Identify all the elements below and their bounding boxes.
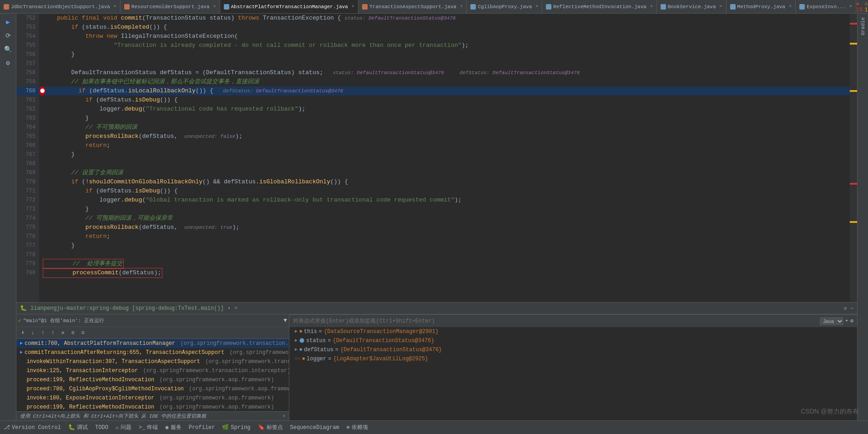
stack-frame-5[interactable]: proceed:780, CglibAopProxy$CglibMethodIn… — [16, 384, 289, 394]
code-line-759: // 如果在事务链中已经被标记回滚，那么不会尝试提交事务，直接回滚 — [39, 77, 850, 86]
bookmark-item[interactable]: 🔖 标签点 — [258, 424, 283, 431]
settings-btn2[interactable]: ⚙ — [850, 318, 853, 324]
java-icon — [362, 4, 368, 10]
thread-filter-icon[interactable]: ▼ — [283, 317, 287, 324]
expand-arrow[interactable]: ○○ — [295, 354, 300, 363]
debug-toolbar: ✓ "main"@1 在组'main': 正在运行 ▼ — [16, 314, 289, 327]
close-icon[interactable]: × — [650, 4, 653, 9]
close-icon[interactable]: × — [535, 4, 538, 9]
frame-pkg: (org.springframework.aop.framework) — [186, 384, 289, 394]
evaluate-btn[interactable]: ✕ — [58, 328, 67, 338]
todo-item[interactable]: TODO — [95, 424, 108, 431]
expr-input[interactable] — [293, 318, 820, 324]
profiler-label: Profiler — [189, 424, 215, 431]
gutter-warning3 — [850, 221, 857, 223]
step-out-btn[interactable]: ↑ — [38, 328, 47, 338]
code-line-780: processCommit(defStatus); — [39, 268, 850, 278]
left-sidebar: ▶ ⟳ 🔍 ⚙ — [0, 14, 16, 420]
code-line-777: } — [39, 241, 850, 250]
close-icon[interactable]: × — [720, 4, 722, 9]
sequence-label: SequenceDiagram — [290, 424, 339, 431]
tab-reflective[interactable]: ReflectiveMethodInvocation.java × — [542, 0, 657, 13]
line-num-757: 757 — [16, 59, 39, 68]
editor: 752 753 754 755 756 757 758 759 760 761 … — [16, 14, 857, 420]
language-select[interactable]: Java — [820, 317, 843, 325]
stack-frame-2[interactable]: invokeWithinTransaction:397, Transaction… — [16, 357, 289, 366]
debug-item[interactable]: 🐛 调试 — [68, 424, 88, 431]
frame-pkg: (org.springframework.transaction.interce… — [226, 348, 289, 357]
debug-bottom-label: 调试 — [77, 424, 88, 431]
terminal-item[interactable]: >_ 终端 — [139, 424, 158, 431]
code-line-769: // 设置了全局回滚 — [39, 168, 850, 177]
frame-method: proceed:199, ReflectiveMethodInvocation — [20, 375, 154, 384]
frame-method: invokeWithinTransaction:397, Transaction… — [20, 357, 200, 366]
code-line-752: public final void commit(TransactionStat… — [39, 14, 850, 23]
run-to-cursor-btn[interactable]: ↑ — [48, 328, 57, 338]
tab-methodproxy[interactable]: MethodProxy.java × — [727, 0, 796, 13]
stack-frame-7[interactable]: proceed:199, ReflectiveMethodInvocation … — [16, 403, 289, 411]
var-value: {DefaultTransactionStatus@3476} — [340, 345, 442, 354]
tab-cglib[interactable]: CglibAopProxy.java × — [467, 0, 542, 13]
interface-icon — [661, 4, 666, 10]
close-icon[interactable]: × — [460, 4, 463, 9]
stack-frame-1[interactable]: ▶ commitTransactionAfterReturning:655, T… — [16, 348, 289, 357]
options-dots[interactable]: ⋯ — [850, 305, 853, 311]
interface-icon — [546, 4, 551, 10]
services-icon: ◉ — [165, 424, 168, 431]
gradle-label[interactable]: Gradle — [860, 17, 866, 35]
refresh-icon[interactable]: ⟳ — [2, 29, 15, 42]
var-name: status — [306, 336, 326, 345]
close-icon[interactable]: × — [213, 4, 216, 9]
stack-frame-3[interactable]: invoke:125, TransactionInterceptor (org.… — [16, 366, 289, 375]
tab-abstract[interactable]: AbstractPlatformTransactionManager.java … — [220, 0, 358, 13]
version-control-item[interactable]: ⎇ Version Control — [4, 424, 61, 431]
step-over-btn[interactable]: ⬇ — [18, 328, 27, 338]
tab-expose[interactable]: ExposeInvo... × — [796, 0, 856, 13]
tab-resource[interactable]: ResourceHolderSupport.java × — [121, 0, 220, 13]
var-status[interactable]: ▶ ⬤ status = {DefaultTransactionStatus@3… — [289, 336, 857, 345]
expand-arrow[interactable]: ▶ — [295, 336, 298, 345]
session-close[interactable]: × — [234, 305, 237, 312]
stack-frame-6[interactable]: invoke:100, ExposeInvocationInterceptor … — [16, 394, 289, 403]
spring-item[interactable]: 🌿 Spring — [222, 424, 250, 431]
var-logger[interactable]: ○○ ■ logger = {LogAdapter$JavaUtilLog@29… — [289, 354, 857, 363]
close-hint-btn[interactable]: × — [282, 414, 285, 419]
step-into-btn[interactable]: ↓ — [28, 328, 37, 338]
services-item[interactable]: ◉ 服务 — [165, 424, 181, 431]
add-watch-btn[interactable]: + — [845, 318, 848, 324]
profiler-item[interactable]: Profiler — [189, 424, 215, 431]
debug-icon[interactable]: ▶ — [2, 15, 15, 28]
var-this[interactable]: ▶ ■ this = {DataSourceTransactionManager… — [289, 327, 857, 336]
debug-right-panel: Java + ⚙ ▶ ■ this = {DataSourceTransacti… — [289, 314, 857, 420]
search-icon[interactable]: 🔍 — [2, 43, 15, 56]
tab-jdbc[interactable]: JdbcTransactionObjectSupport.java × — [0, 0, 121, 13]
line-numbers: 752 753 754 755 756 757 758 759 760 761 … — [16, 14, 39, 302]
threads-btn[interactable]: ≡ — [78, 328, 87, 338]
deps-item[interactable]: ⊕ 依赖项 — [347, 424, 368, 431]
var-equals: = — [328, 354, 331, 363]
close-icon[interactable]: × — [114, 4, 116, 9]
var-defstatus[interactable]: ▶ ■ defStatus = {DefaultTransactionStatu… — [289, 345, 857, 354]
frame-method: proceed:780, CglibAopProxy$CglibMethodIn… — [20, 384, 184, 394]
code-line-755: "Transaction is already completed - do n… — [39, 41, 850, 50]
close-icon[interactable]: × — [352, 4, 354, 9]
expand-arrow[interactable]: ▶ — [295, 345, 298, 354]
problems-item[interactable]: ⚠ 问题 — [116, 424, 131, 431]
stack-frame-0[interactable]: ▶ commit:760, AbstractPlatformTransactio… — [16, 339, 289, 348]
tab-bookservice[interactable]: BookService.java × — [657, 0, 727, 13]
close-icon[interactable]: × — [849, 4, 852, 9]
settings-icon[interactable]: ⚙ — [2, 56, 15, 69]
tab-txaspect[interactable]: TransactionAspectSupport.java × — [358, 0, 467, 13]
close-icon[interactable]: × — [789, 4, 792, 9]
tab-resource-label: ResourceHolderSupport.java — [131, 4, 210, 10]
settings-gear[interactable]: ⚙ — [844, 305, 847, 311]
frame-pkg: (org.springframework.transaction.interce… — [202, 357, 289, 366]
var-name: defStatus — [304, 345, 333, 354]
tab-methodproxy-label: MethodProxy.java — [737, 4, 786, 10]
line-num-765: 765 — [16, 132, 39, 141]
stack-frame-4[interactable]: proceed:199, ReflectiveMethodInvocation … — [16, 375, 289, 384]
gutter-warning — [850, 43, 857, 45]
expand-arrow[interactable]: ▶ — [295, 327, 298, 336]
sequence-item[interactable]: SequenceDiagram — [290, 424, 339, 431]
frames-btn[interactable]: ≡ — [68, 328, 77, 338]
